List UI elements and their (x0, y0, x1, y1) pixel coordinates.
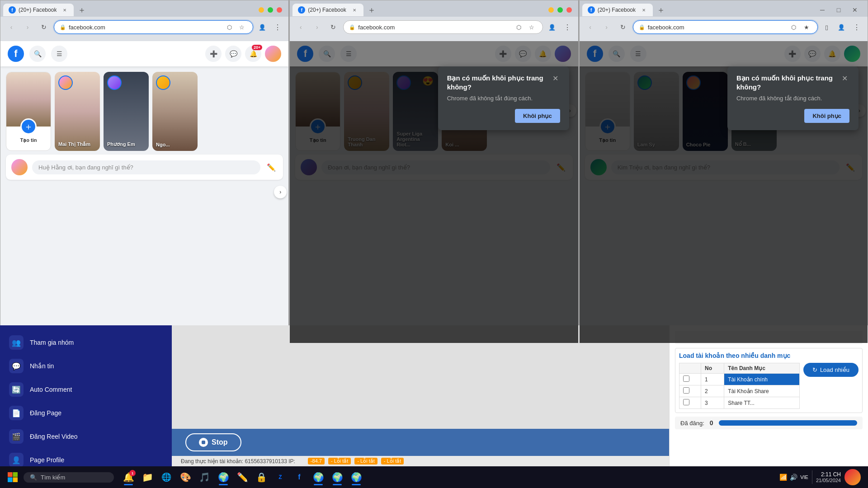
taskbar-app-notification[interactable]: 🔔 1 (119, 468, 137, 486)
new-tab-btn-3[interactable]: ＋ (655, 4, 667, 16)
status-edit-btn-3[interactable]: ✏️ (844, 161, 857, 174)
taskbar-app-chrome4[interactable]: 🌍 (347, 468, 365, 486)
row-1-check[interactable] (679, 385, 701, 397)
row-2-check[interactable] (679, 397, 701, 409)
dialog-close-3[interactable]: ✕ (840, 74, 849, 83)
fb-plus-btn-2[interactable]: ➕ (495, 46, 511, 62)
fb-avatar-1[interactable] (265, 46, 281, 62)
fb-menu-3[interactable]: ☰ (630, 46, 646, 62)
fb-avatar-2[interactable] (555, 46, 571, 62)
volume-icon[interactable]: 🔊 (790, 474, 797, 481)
new-tab-btn-2[interactable]: ＋ (365, 4, 378, 16)
cast-icon-2[interactable]: ⬡ (514, 22, 524, 33)
close-btn-1[interactable]: ✕ (277, 7, 282, 13)
close-btn-3[interactable]: ✕ (849, 4, 861, 16)
taskbar-app-chrome[interactable]: 🌍 (214, 468, 232, 486)
address-input-1[interactable]: 🔒 facebook.com ⬡ ☆ (54, 20, 253, 34)
status-edit-btn-2[interactable]: ✏️ (555, 161, 567, 174)
forward-btn-2[interactable]: › (311, 21, 323, 33)
story-card-2-1[interactable]: Truong Dan Thanh (344, 72, 389, 151)
status-input-2[interactable]: Đoạn ơi, bạn đang nghĩ gì thế? (321, 160, 550, 174)
back-btn-2[interactable]: ‹ (294, 21, 307, 33)
checkbox-1[interactable] (683, 387, 689, 394)
fb-avatar-3[interactable] (844, 46, 860, 62)
sidebar-item-post-reel[interactable]: 🎬 Đăng Reel Video (0, 425, 172, 448)
datetime-block[interactable]: 2:11 CH 21/05/2024 (816, 471, 841, 483)
back-btn-1[interactable]: ‹ (5, 21, 18, 33)
story-card-2-2[interactable]: Super Liga Argentina Riot... 😍 (393, 72, 438, 151)
reload-btn-1[interactable]: ↻ (38, 21, 50, 33)
restore-btn-2[interactable]: Khôi phục (515, 109, 560, 123)
tab-close-2[interactable]: ✕ (351, 6, 358, 14)
menu-dots-1[interactable]: ⋮ (271, 21, 284, 33)
profile-icon-3[interactable]: 👤 (836, 22, 847, 33)
sidebar-toggle-3[interactable]: ▯ (821, 22, 832, 33)
taskbar-app-edge[interactable]: 🌐 (157, 468, 175, 486)
minimize-btn-1[interactable]: ─ (259, 7, 264, 13)
forward-btn-3[interactable]: › (600, 21, 613, 33)
reload-btn-2[interactable]: ↻ (327, 21, 340, 33)
fb-search-2[interactable]: 🔍 (319, 46, 335, 62)
cast-icon-3[interactable]: ⬡ (788, 22, 799, 33)
sidebar-item-auto-comment[interactable]: 🔄 Auto Comment (0, 378, 172, 401)
checkbox-0[interactable] (683, 375, 689, 382)
tab-close-1[interactable]: ✕ (61, 6, 68, 14)
language-indicator[interactable]: VIE (800, 474, 808, 480)
fb-messenger-btn-1[interactable]: 💬 (225, 46, 241, 62)
profile-icon-1[interactable]: 👤 (257, 22, 268, 33)
story-create-3[interactable]: ＋ Tạo tin (585, 72, 630, 151)
status-edit-btn-1[interactable]: ✏️ (265, 161, 278, 174)
story-card-1-3[interactable]: Ngo... (152, 72, 198, 151)
checkbox-2[interactable] (683, 399, 689, 405)
row-0-check[interactable] (679, 374, 701, 385)
fb-search-3[interactable]: 🔍 (609, 46, 625, 62)
fb-menu-2[interactable]: ☰ (340, 46, 357, 62)
story-card-1-2[interactable]: Phương Em (104, 72, 149, 151)
user-avatar-taskbar[interactable] (844, 469, 861, 485)
table-row-0[interactable]: 1 Tài Khoản chính (679, 374, 800, 385)
minimize-btn-3[interactable]: ─ (816, 4, 829, 16)
sidebar-item-message[interactable]: 💬 Nhắn tin (0, 354, 172, 378)
network-icon[interactable]: 📶 (779, 474, 787, 481)
fb-notifications-btn-1[interactable]: 🔔 20+ (245, 46, 261, 62)
profile-icon-2[interactable]: 👤 (547, 22, 557, 33)
maximize-btn-3[interactable]: □ (832, 4, 845, 16)
stop-button[interactable]: Stop (185, 433, 241, 451)
taskbar-app-facebook[interactable]: f (290, 468, 308, 486)
menu-dots-3[interactable]: ⋮ (850, 21, 863, 33)
taskbar-app-spotify[interactable]: 🎵 (195, 468, 213, 486)
story-card-1-1[interactable]: Mai Thị Thắm (55, 72, 100, 151)
taskbar-app-chrome3[interactable]: 🌍 (328, 468, 346, 486)
address-input-2[interactable]: 🔒 facebook.com ⬡ ☆ (343, 20, 542, 34)
taskbar-app-file-explorer[interactable]: 📁 (138, 468, 156, 486)
close-btn-2[interactable] (566, 7, 572, 13)
reload-btn-3[interactable]: ↻ (617, 21, 629, 33)
status-input-1[interactable]: Huệ Hằng ơi, bạn đang nghĩ gì thế? (32, 160, 260, 174)
tab-2[interactable]: f (20+) Facebook ✕ (292, 4, 363, 16)
fb-menu-1[interactable]: ☰ (51, 46, 67, 62)
story-create-1[interactable]: ＋ Tạo tin (6, 72, 51, 151)
maximize-btn-1[interactable]: □ (268, 7, 273, 13)
new-tab-btn-1[interactable]: ＋ (75, 4, 88, 16)
tab-1[interactable]: f (20+) Facebook ✕ (3, 4, 74, 16)
taskbar-app-photoshop[interactable]: 🎨 (176, 468, 194, 486)
fb-plus-btn-1[interactable]: ➕ (205, 46, 222, 62)
taskbar-app-illustrator[interactable]: ✏️ (233, 468, 251, 486)
story-card-3-2[interactable]: Choco Pie (683, 72, 728, 151)
start-button[interactable] (4, 468, 22, 486)
load-btn[interactable]: ↻ Load nhiều (803, 363, 859, 377)
cast-icon-1[interactable]: ⬡ (224, 22, 235, 33)
status-input-3[interactable]: Kim Triệu ơi, bạn đang nghĩ gì thế? (611, 160, 840, 174)
fb-search-1[interactable]: 🔍 (29, 46, 46, 62)
fb-messenger-btn-2[interactable]: 💬 (515, 46, 531, 62)
taskbar-app-vpn[interactable]: 🔒 (252, 468, 270, 486)
star-icon-1[interactable]: ☆ (236, 22, 247, 33)
fb-messenger-btn-3[interactable]: 💬 (804, 46, 821, 62)
taskbar-app-chrome2[interactable]: 🌍 (309, 468, 327, 486)
tab-3[interactable]: f (20+) Facebook ✕ (582, 4, 653, 16)
fb-notifications-btn-2[interactable]: 🔔 (535, 46, 551, 62)
star-icon-2[interactable]: ☆ (526, 22, 537, 33)
dialog-close-2[interactable]: ✕ (551, 74, 560, 83)
restore-btn-3[interactable]: Khôi phục (804, 109, 849, 123)
address-input-3[interactable]: 🔒 facebook.com ⬡ ★ (633, 20, 818, 34)
